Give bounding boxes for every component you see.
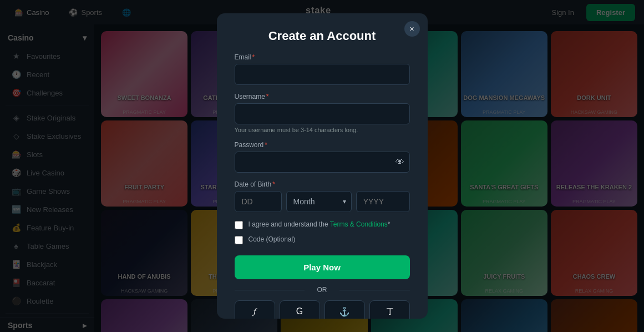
twitter-login-button[interactable]: 𝕋 bbox=[369, 300, 410, 319]
dob-year-input[interactable] bbox=[356, 191, 410, 212]
facebook-login-button[interactable]: 𝑓 bbox=[235, 300, 275, 319]
code-checkbox-label: Code (Optional) bbox=[249, 235, 296, 244]
toggle-password-button[interactable]: 👁 bbox=[395, 157, 404, 167]
google-login-button[interactable]: G bbox=[280, 300, 320, 319]
terms-checkbox-label: I agree and understand the Terms & Condi… bbox=[249, 220, 391, 229]
email-input[interactable] bbox=[235, 64, 410, 85]
google-icon: G bbox=[296, 306, 303, 316]
facebook-icon: 𝑓 bbox=[253, 306, 256, 316]
username-group: Username* Your username must be 3-14 cha… bbox=[235, 93, 410, 133]
or-divider: OR bbox=[235, 286, 410, 294]
password-label: Password* bbox=[235, 141, 410, 149]
play-now-button[interactable]: Play Now bbox=[235, 255, 410, 279]
username-hint: Your username must be 3-14 characters lo… bbox=[235, 127, 410, 133]
twitter-icon: 𝕋 bbox=[387, 306, 393, 317]
code-checkbox-row: Code (Optional) bbox=[235, 235, 410, 244]
password-input[interactable] bbox=[235, 152, 410, 173]
twitch-icon: ⚓ bbox=[339, 306, 350, 317]
email-group: Email* bbox=[235, 53, 410, 85]
create-account-modal: × Create an Account Email* Username* You… bbox=[217, 13, 428, 319]
password-wrap: 👁 bbox=[235, 152, 410, 173]
modal-overlay[interactable]: × Create an Account Email* Username* You… bbox=[0, 0, 644, 332]
month-select[interactable]: Month January February March April May J… bbox=[286, 191, 352, 212]
dob-label: Date of Birth* bbox=[235, 180, 410, 188]
terms-checkbox-row: I agree and understand the Terms & Condi… bbox=[235, 220, 410, 229]
modal-close-button[interactable]: × bbox=[404, 21, 420, 37]
code-checkbox[interactable] bbox=[235, 236, 243, 244]
dob-group: Date of Birth* Month January February Ma… bbox=[235, 180, 410, 212]
password-group: Password* 👁 bbox=[235, 141, 410, 173]
twitch-login-button[interactable]: ⚓ bbox=[324, 300, 365, 319]
dob-day-input[interactable] bbox=[235, 191, 282, 212]
email-label: Email* bbox=[235, 53, 410, 61]
month-select-wrap: Month January February March April May J… bbox=[286, 191, 352, 212]
terms-conditions-link[interactable]: Terms & Conditions bbox=[330, 220, 388, 228]
username-label: Username* bbox=[235, 93, 410, 100]
social-login-row: 𝑓 G ⚓ 𝕋 bbox=[235, 300, 410, 319]
dob-row: Month January February March April May J… bbox=[235, 191, 410, 212]
username-input[interactable] bbox=[235, 103, 410, 124]
terms-checkbox[interactable] bbox=[235, 221, 243, 229]
modal-title: Create an Account bbox=[235, 29, 410, 43]
